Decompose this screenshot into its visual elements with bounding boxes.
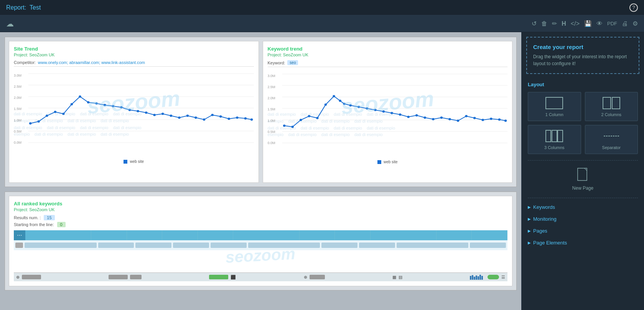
svg-point-53 (366, 107, 368, 110)
legend-label-2: web site (384, 160, 398, 164)
svg-point-11 (62, 113, 64, 115)
layout-separator[interactable]: Separator (585, 125, 638, 154)
svg-rect-78 (546, 97, 563, 109)
separator-icon (602, 129, 621, 143)
svg-point-49 (339, 100, 341, 102)
category-keywords[interactable]: ▶ Keywords (522, 201, 644, 213)
1col-label: 1 Column (545, 112, 563, 117)
svg-point-31 (228, 118, 230, 120)
svg-point-59 (415, 114, 418, 116)
chart-area-2: seozoom dati di esempio dati di esempio … (268, 70, 508, 158)
toolbar-icon-3[interactable]: ▦ (392, 275, 396, 280)
preview-icon[interactable]: 👁 (596, 20, 603, 27)
svg-point-30 (219, 115, 222, 118)
toggle-green[interactable] (488, 275, 499, 279)
svg-point-17 (112, 105, 114, 107)
chart-area-1: seozoom dati di esempio dati di esempio … (14, 70, 254, 158)
category-monitoring[interactable]: ▶ Monitoring (522, 213, 644, 225)
competitor-label: Competitor: (14, 60, 36, 65)
col-5 (198, 230, 234, 240)
svg-rect-77 (481, 276, 483, 280)
widget-subtitle-1: Project: SeoZoom UK (14, 52, 254, 57)
heading-icon[interactable]: H (562, 20, 566, 27)
svg-point-15 (95, 102, 97, 105)
toolbar-icon-4[interactable]: ▤ (399, 275, 402, 280)
svg-point-62 (440, 116, 442, 119)
widget-subtitle-2: Project: SeoZoom UK (268, 52, 508, 57)
table-row (14, 240, 507, 250)
svg-rect-71 (470, 276, 471, 280)
keywords-arrow: ▶ (528, 205, 531, 209)
layout-grid: 1 Column 2 Columns (522, 89, 644, 157)
print-icon[interactable]: 🖨 (622, 20, 628, 27)
code-icon[interactable]: </> (571, 20, 580, 27)
layout-3col[interactable]: 3 Columns (528, 125, 581, 154)
svg-rect-74 (476, 276, 477, 280)
svg-point-27 (194, 116, 197, 119)
svg-rect-80 (612, 97, 620, 109)
svg-point-10 (54, 111, 56, 113)
widget-all-keywords[interactable]: All ranked keywords Project: SeoZoom UK … (9, 196, 512, 286)
chart-legend-1: web site (14, 159, 254, 164)
keyword-value: seo (287, 60, 298, 65)
1col-icon (545, 96, 564, 110)
report-page-1: Site Trend Project: SeoZoom UK Competito… (5, 37, 517, 187)
delete-icon[interactable]: 🗑 (541, 20, 547, 27)
svg-point-47 (324, 103, 326, 106)
svg-point-21 (145, 112, 147, 114)
3col-label: 3 Columns (544, 145, 565, 150)
col-8 (335, 230, 371, 240)
col-9 (371, 230, 436, 240)
category-pages[interactable]: ▶ Pages (522, 225, 644, 237)
new-page-icon (577, 167, 589, 184)
svg-rect-83 (558, 130, 563, 142)
svg-point-33 (244, 117, 247, 120)
svg-rect-82 (552, 130, 557, 142)
help-button[interactable]: ? (629, 3, 638, 12)
widget-title-1: Site Trend (14, 46, 254, 52)
col-7 (300, 230, 335, 240)
settings-icon[interactable]: ⚙ (632, 20, 638, 27)
starting-label: Starting from the line: (14, 222, 54, 227)
new-page-button[interactable]: New Page (564, 164, 602, 195)
layout-2col[interactable]: 2 Columns (585, 92, 638, 121)
toolbar-icon-2[interactable]: ⊕ (304, 275, 307, 280)
svg-point-52 (357, 106, 360, 108)
widget-keyword-trend[interactable]: Keyword trend Project: SeoZoom UK Keywor… (263, 41, 513, 183)
save-icon[interactable]: 💾 (584, 20, 592, 27)
svg-point-66 (473, 117, 475, 119)
report-label: Report: Test (6, 4, 41, 11)
cloud-icon[interactable]: ☁ (6, 19, 14, 28)
sidebar-header: Create your report Drag the widget of yo… (526, 37, 639, 74)
toolbar-icon-1[interactable]: ⬛ (231, 275, 236, 280)
col-6 (233, 230, 299, 240)
svg-point-20 (137, 110, 139, 112)
new-page-label: New Page (572, 185, 593, 191)
main-layout: Site Trend Project: SeoZoom UK Competito… (0, 32, 644, 310)
pdf-icon[interactable]: PDF (607, 21, 617, 26)
svg-point-58 (407, 116, 409, 118)
edit-icon[interactable]: ✏ (552, 20, 557, 27)
sidebar: Create your report Drag the widget of yo… (521, 32, 644, 310)
svg-rect-72 (472, 275, 473, 280)
widget-row-1: Site Trend Project: SeoZoom UK Competito… (9, 41, 512, 183)
list-icon[interactable]: ☰ (501, 275, 505, 280)
2col-icon (602, 96, 621, 110)
results-label: Results num. : (14, 215, 41, 220)
layout-1col[interactable]: 1 Column (528, 92, 581, 121)
undo-icon[interactable]: ↺ (532, 20, 537, 27)
category-page-elements[interactable]: ▶ Page Elements (522, 237, 644, 249)
widget-site-trend[interactable]: Site Trend Project: SeoZoom UK Competito… (9, 41, 259, 183)
pages-arrow: ▶ (528, 229, 531, 233)
legend-dot-1 (124, 160, 127, 164)
svg-rect-85 (578, 168, 587, 180)
toolbar-bar-3 (130, 275, 142, 279)
svg-point-43 (291, 126, 293, 128)
table-header: ··· (14, 230, 507, 240)
svg-point-14 (87, 101, 89, 103)
svg-rect-76 (479, 275, 481, 280)
svg-point-42 (283, 125, 285, 127)
col-3 (127, 230, 163, 240)
content-area: Site Trend Project: SeoZoom UK Competito… (0, 32, 521, 310)
top-bar: Report: Test ? (0, 0, 644, 15)
